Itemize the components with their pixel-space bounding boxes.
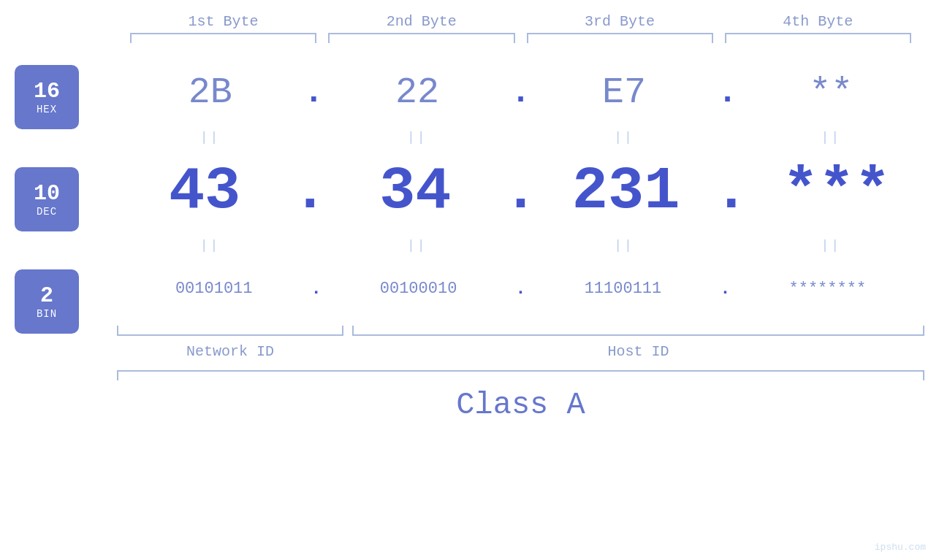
dec-badge-number: 10 xyxy=(34,182,60,206)
network-id-label: Network ID xyxy=(117,343,343,360)
hex-dot-1: . xyxy=(304,74,324,112)
class-bracket xyxy=(117,370,924,380)
byte-label-3: 3rd Byte xyxy=(521,13,719,30)
hex-dot-3: . xyxy=(718,74,738,112)
hex-badge-label: HEX xyxy=(37,104,57,115)
dec-badge-label: DEC xyxy=(37,206,57,218)
eq-1-4: || xyxy=(738,130,924,145)
bin-dot-1: . xyxy=(311,279,321,299)
class-label: Class A xyxy=(117,388,924,423)
eq-2-3: || xyxy=(531,238,718,253)
dec-badge: 10 DEC xyxy=(15,167,79,231)
dec-dot-1: . xyxy=(292,158,327,225)
dec-val-3: 231 xyxy=(539,158,714,226)
hex-val-1: 2B xyxy=(117,72,304,113)
hex-badge-number: 16 xyxy=(34,80,60,104)
hex-dot-2: . xyxy=(511,74,531,112)
eq-1-1: || xyxy=(117,130,303,145)
hex-val-4: ** xyxy=(737,72,924,113)
dec-val-4: *** xyxy=(749,158,924,226)
byte-label-4: 4th Byte xyxy=(719,13,917,30)
bin-badge-label: BIN xyxy=(37,308,57,320)
badges-column: 16 HEX 10 DEC 2 BIN xyxy=(15,58,117,360)
hex-badge: 16 HEX xyxy=(15,65,79,129)
byte-label-1: 1st Byte xyxy=(124,13,322,30)
eq-1-3: || xyxy=(531,130,718,145)
dec-dot-2: . xyxy=(503,158,538,225)
bracket-top-4 xyxy=(725,33,911,43)
host-bracket xyxy=(352,326,924,336)
dec-badge-wrap: 10 DEC xyxy=(15,160,79,239)
bin-badge-number: 2 xyxy=(40,284,53,308)
host-id-label: Host ID xyxy=(352,343,924,360)
bin-val-3: 11100111 xyxy=(526,280,720,298)
eq-2-1: || xyxy=(117,238,303,253)
hex-badge-wrap: 16 HEX xyxy=(15,58,79,137)
hex-row: 2B . 22 . E7 . ** xyxy=(117,58,924,127)
bin-val-2: 00100010 xyxy=(322,280,515,298)
eq-2-2: || xyxy=(324,238,510,253)
network-bracket xyxy=(117,326,343,336)
bracket-top-1 xyxy=(130,33,316,43)
class-area: Class A xyxy=(117,370,924,423)
dec-row: 43 . 34 . 231 . *** xyxy=(117,147,924,235)
bin-row: 00101011 . 00100010 . 11100111 . *******… xyxy=(117,256,924,321)
top-brackets xyxy=(124,33,917,46)
bin-badge: 2 BIN xyxy=(15,269,79,334)
bracket-top-3 xyxy=(527,33,713,43)
eq-row-1: || || || || xyxy=(117,127,924,147)
hex-val-3: E7 xyxy=(531,72,718,113)
eq-2-4: || xyxy=(738,238,924,253)
bin-dot-3: . xyxy=(720,279,730,299)
bin-val-4: ******** xyxy=(731,280,924,298)
hex-val-2: 22 xyxy=(324,72,511,113)
dec-dot-3: . xyxy=(714,158,749,225)
bin-dot-2: . xyxy=(515,279,525,299)
bin-badge-wrap: 2 BIN xyxy=(15,262,79,341)
data-content: 2B . 22 . E7 . ** || || || || xyxy=(117,58,924,360)
dec-val-1: 43 xyxy=(117,158,292,226)
main-grid: 16 HEX 10 DEC 2 BIN xyxy=(15,58,924,360)
watermark: ipshu.com xyxy=(875,542,926,553)
byte-label-2: 2nd Byte xyxy=(322,13,520,30)
bottom-brackets xyxy=(117,326,924,339)
bin-val-1: 00101011 xyxy=(117,280,311,298)
page: 1st Byte 2nd Byte 3rd Byte 4th Byte 16 H… xyxy=(0,0,939,560)
eq-row-2: || || || || xyxy=(117,235,924,256)
id-labels-row: Network ID Host ID xyxy=(117,343,924,360)
eq-1-2: || xyxy=(324,130,510,145)
dec-val-2: 34 xyxy=(327,158,503,226)
byte-labels-row: 1st Byte 2nd Byte 3rd Byte 4th Byte xyxy=(124,13,917,30)
bracket-top-2 xyxy=(328,33,514,43)
